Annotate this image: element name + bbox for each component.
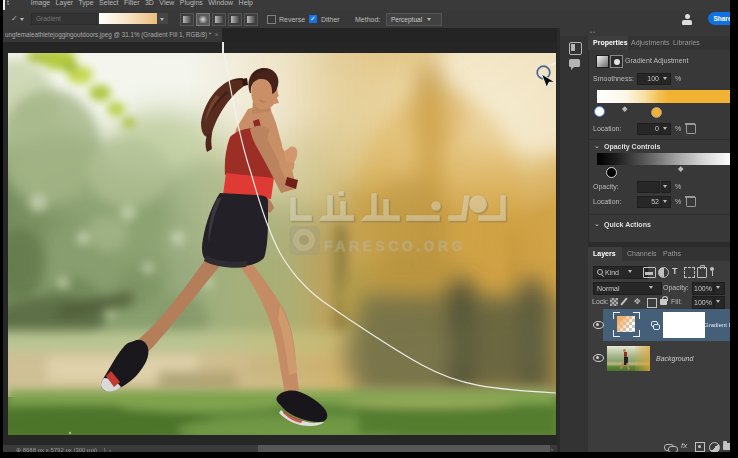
svg-text:FARESCO.ORG: FARESCO.ORG [324, 238, 466, 254]
